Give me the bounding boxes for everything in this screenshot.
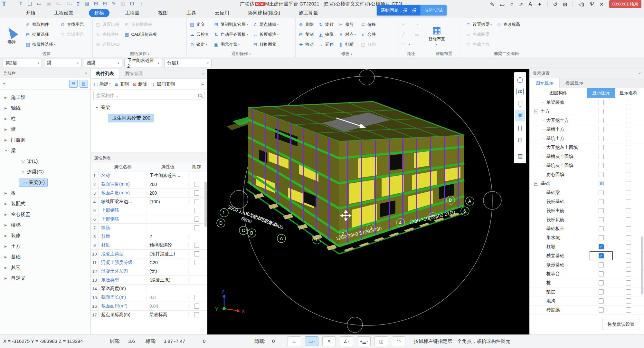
checkbox[interactable] bbox=[194, 217, 199, 222]
property-row[interactable]: 13泵送类型(混凝土泵) bbox=[91, 276, 207, 285]
ribbon-button-find-element[interactable]: ⊙查找图元 bbox=[60, 20, 84, 29]
ribbon-button-trim[interactable]: ✂修剪 bbox=[338, 20, 356, 29]
collapse-icon[interactable]: − bbox=[534, 182, 538, 186]
property-value[interactable]: (无) bbox=[147, 268, 189, 274]
property-row[interactable]: 8肢数2 bbox=[91, 232, 207, 241]
checkbox[interactable] bbox=[626, 244, 631, 249]
ribbon-button-set-arch-beam[interactable]: ◠设置拱梁▾ bbox=[466, 20, 492, 29]
sidebar-item-construction-section[interactable]: ▶施工段 bbox=[0, 92, 90, 103]
display-row[interactable]: ─基坑土方 bbox=[530, 134, 644, 143]
display-settings-icon[interactable]: ▤ bbox=[515, 150, 525, 162]
annotate-icon[interactable]: ✎ bbox=[112, 1, 116, 6]
checkbox[interactable] bbox=[626, 190, 631, 195]
menu-tab-工程量[interactable]: 工程量 bbox=[122, 9, 143, 17]
sidebar-item-custom[interactable]: ▶自定义 bbox=[0, 273, 90, 284]
tab-楼层显示[interactable]: 楼层显示 bbox=[560, 78, 589, 88]
sidebar-item-axis[interactable]: ▶轴线 bbox=[0, 103, 90, 113]
checkbox[interactable] bbox=[626, 181, 631, 186]
ribbon-button-extend[interactable]: →延伸 bbox=[318, 40, 334, 49]
menu-tab-云应用[interactable]: 云应用 bbox=[212, 9, 232, 17]
new-component-button[interactable]: ▢新建▾ bbox=[94, 81, 110, 87]
menu-tab-协同建模(限免)[interactable]: 协同建模(限免) bbox=[245, 9, 283, 17]
display-row[interactable]: ─集水坑 bbox=[530, 233, 644, 242]
checkbox[interactable] bbox=[599, 244, 604, 249]
ribbon-button-copy-to-other-floor[interactable]: ⊞复制到其它层▾ bbox=[213, 20, 248, 29]
property-value[interactable]: (混凝土泵) bbox=[147, 277, 189, 283]
reset-defaults-button[interactable]: 恢复默认设置 bbox=[602, 319, 640, 330]
sidebar-item-beam[interactable]: ▼梁 bbox=[0, 145, 90, 156]
property-value[interactable]: 0.8 bbox=[147, 295, 189, 300]
display-row[interactable]: ─垫层 bbox=[530, 287, 644, 296]
scrollbar[interactable] bbox=[204, 182, 207, 227]
checkbox[interactable] bbox=[599, 145, 604, 150]
menu-tab-工程设置[interactable]: 工程设置 bbox=[51, 9, 77, 17]
zoom-model-icon[interactable]: ⊡ bbox=[515, 134, 525, 146]
display-row[interactable]: −土方 bbox=[530, 107, 644, 116]
ribbon-button-delete[interactable]: ⊗删除 bbox=[298, 20, 314, 29]
floor-select[interactable]: 第2层▾ bbox=[3, 59, 42, 67]
display-row[interactable]: ─基坑灰土回填 bbox=[530, 161, 644, 170]
tooltip-try-button[interactable]: 立即尝试 bbox=[421, 5, 447, 15]
property-row[interactable]: 4轴线距梁左边...(100) bbox=[91, 198, 207, 206]
ribbon-button-length-dimension[interactable]: ↔长度标注▾ bbox=[252, 30, 279, 39]
more-button[interactable]: » bbox=[201, 82, 204, 87]
checkbox[interactable] bbox=[599, 154, 604, 159]
property-value[interactable]: 0.04 bbox=[147, 304, 189, 309]
property-value[interactable]: 卫生间素砼带 ... bbox=[147, 173, 189, 179]
calc-expression-icon[interactable]: ▤ bbox=[85, 1, 89, 6]
ribbon-button-save-elements[interactable]: ▣图元存盘▾ bbox=[213, 40, 248, 49]
display-row[interactable]: ─砖胎膜 bbox=[530, 305, 644, 314]
property-row[interactable]: 10混凝土类型(预拌混凝土) bbox=[91, 250, 207, 258]
display-row[interactable]: ─基槽土方 bbox=[530, 125, 644, 134]
checkbox[interactable] bbox=[626, 289, 631, 295]
property-value[interactable]: 2 bbox=[147, 234, 189, 239]
sidebar-item-earthwork[interactable]: ▶土方 bbox=[0, 241, 90, 252]
add-icon[interactable]: + bbox=[3, 81, 5, 87]
checkbox[interactable] bbox=[599, 235, 604, 240]
checkbox[interactable] bbox=[599, 199, 604, 204]
ribbon-button-auto-align-slab[interactable]: ⇅自动平齐顶板▾ bbox=[213, 30, 248, 39]
ribbon-button-rotate[interactable]: ↻旋转 bbox=[318, 20, 334, 29]
ribbon-button-cloud-check[interactable]: ☁云检查 bbox=[189, 30, 209, 39]
tab-构件列表[interactable]: 构件列表 bbox=[91, 69, 119, 78]
layer-select[interactable]: 分层1▾ bbox=[164, 59, 212, 67]
display-row[interactable]: ─柱墩 bbox=[530, 242, 644, 251]
ribbon-button-select-by-attribute[interactable]: ▤按属性选择▾ bbox=[25, 40, 55, 49]
checkbox[interactable] bbox=[599, 262, 604, 267]
ribbon-button-break[interactable]: ∦打断 bbox=[338, 40, 356, 49]
category-select[interactable]: 梁▾ bbox=[44, 59, 81, 67]
checkbox[interactable] bbox=[626, 172, 631, 177]
laser-icon[interactable]: ✦ bbox=[537, 1, 542, 7]
checkbox[interactable] bbox=[626, 145, 631, 150]
checkbox[interactable] bbox=[194, 190, 199, 196]
ribbon-button-move[interactable]: ✚移动 bbox=[298, 40, 314, 49]
pencil-icon[interactable]: ✎ bbox=[490, 1, 494, 7]
checkbox[interactable] bbox=[194, 243, 199, 248]
property-row[interactable]: 3截面高度(mm)200 bbox=[91, 189, 207, 198]
arrow-draw-icon[interactable]: ↗ bbox=[519, 1, 523, 7]
viewport-3d[interactable]: 3600 1200 1200 1800 390063001200 1800 90… bbox=[207, 69, 529, 334]
ribbon-button-offset[interactable]: ⊂偏移 bbox=[360, 20, 376, 29]
checkbox[interactable] bbox=[194, 260, 199, 265]
ribbon-button-pick-element[interactable]: ✐拾取构件 bbox=[25, 20, 55, 29]
property-row[interactable]: 14泵送高度(m) bbox=[91, 285, 207, 293]
checkbox[interactable] bbox=[626, 235, 631, 240]
property-row[interactable]: 2截面宽度(mm)200 bbox=[91, 180, 207, 189]
list-view-icon[interactable]: ☰ bbox=[69, 80, 78, 88]
checkbox[interactable] bbox=[626, 253, 631, 258]
display-row[interactable]: −基础 bbox=[530, 179, 644, 188]
display-row[interactable]: ─地沟 bbox=[530, 296, 644, 305]
checkbox[interactable] bbox=[599, 226, 604, 231]
display-row[interactable]: ─基础板带 bbox=[530, 224, 644, 233]
mic-icon[interactable]: Ψ bbox=[590, 1, 594, 7]
interfloor-copy-button[interactable]: ◫层间复制 bbox=[151, 81, 175, 87]
display-row[interactable]: ─房心回填 bbox=[530, 170, 644, 179]
type-select[interactable]: 圈梁▾ bbox=[84, 59, 122, 67]
checkbox[interactable] bbox=[599, 253, 604, 258]
ribbon-button-select-tool[interactable]: 选择 bbox=[3, 20, 21, 51]
angle-snap-button[interactable]: ∠▾ bbox=[340, 336, 353, 346]
checkbox[interactable] bbox=[599, 136, 604, 141]
sidebar-item-beam-l[interactable]: ▽梁(L) bbox=[0, 156, 90, 167]
more-icon[interactable]: ⋮ bbox=[139, 1, 144, 6]
property-row[interactable]: 11混凝土强度等级C20 bbox=[91, 258, 207, 267]
